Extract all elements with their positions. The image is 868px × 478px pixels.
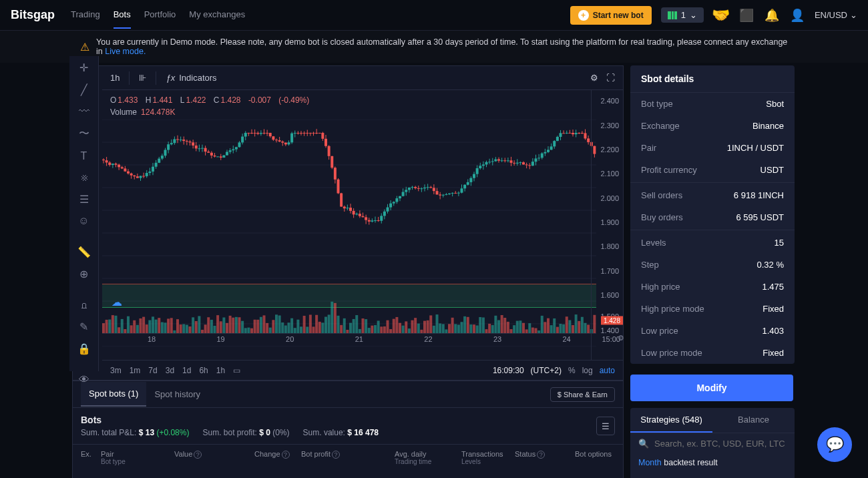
svg-rect-376 <box>241 321 244 333</box>
fullscreen-icon[interactable]: ⛶ <box>606 73 615 83</box>
detail-row: Buy orders6 595 USDT <box>630 206 795 228</box>
start-new-bot-button[interactable]: + Start new bot <box>570 6 652 25</box>
svg-rect-367 <box>214 326 216 333</box>
tab-spot-history[interactable]: Spot history <box>146 383 208 406</box>
svg-rect-240 <box>454 193 457 194</box>
svg-rect-102 <box>241 137 244 143</box>
percent-toggle[interactable]: % <box>568 366 576 375</box>
svg-rect-218 <box>420 188 423 189</box>
magnet-icon[interactable]: ⩍ <box>75 299 93 311</box>
tf-7d[interactable]: 7d <box>148 366 157 375</box>
tf-1m[interactable]: 1m <box>130 366 141 375</box>
svg-rect-475 <box>547 318 550 333</box>
svg-rect-426 <box>395 317 398 333</box>
tf-1d[interactable]: 1d <box>182 366 191 375</box>
svg-rect-236 <box>448 194 451 194</box>
svg-rect-170 <box>346 208 349 208</box>
live-mode-link[interactable]: Live mode. <box>105 47 146 56</box>
svg-rect-378 <box>247 328 250 333</box>
lock-icon[interactable]: 🔒 <box>75 342 93 355</box>
bell-icon[interactable]: 🔔 <box>764 7 780 23</box>
price-tag: 1.428 <box>601 316 623 325</box>
svg-rect-393 <box>294 328 296 333</box>
language-selector[interactable]: EN/USD ⌄ <box>815 10 857 20</box>
svg-rect-397 <box>306 326 308 333</box>
svg-rect-418 <box>371 326 373 333</box>
svg-rect-401 <box>318 322 321 333</box>
chat-bubble[interactable]: 💬 <box>817 427 852 462</box>
tf-3m[interactable]: 3m <box>110 366 122 375</box>
gear-icon[interactable]: ⚙ <box>590 73 598 83</box>
svg-rect-122 <box>272 136 274 140</box>
month-link[interactable]: Month <box>638 458 662 467</box>
tab-balance[interactable]: Balance <box>712 408 795 433</box>
svg-rect-380 <box>254 320 256 333</box>
svg-rect-316 <box>572 133 574 134</box>
tab-strategies[interactable]: Strategies (548) <box>630 408 712 433</box>
ruler-icon[interactable]: 📏 <box>75 246 93 258</box>
svg-rect-347 <box>152 316 154 333</box>
nav-bots[interactable]: Bots <box>114 1 131 29</box>
clock: 16:09:30 <box>493 366 524 375</box>
tf-3d[interactable]: 3d <box>166 366 174 375</box>
svg-rect-470 <box>531 328 534 333</box>
svg-rect-335 <box>115 316 118 333</box>
svg-rect-407 <box>337 316 340 333</box>
svg-rect-272 <box>503 160 506 161</box>
svg-rect-469 <box>528 323 531 333</box>
zoom-icon[interactable]: ⊕ <box>75 268 93 280</box>
nav-portfolio[interactable]: Portfolio <box>144 1 176 29</box>
candles-icon[interactable]: ⊪ <box>139 73 146 83</box>
nav-exchanges[interactable]: My exchanges <box>189 1 245 29</box>
svg-rect-383 <box>263 315 266 333</box>
svg-rect-298 <box>544 152 546 154</box>
emoji-icon[interactable]: ☺ <box>75 215 93 227</box>
filter-button[interactable]: ☰ <box>596 417 615 435</box>
svg-rect-310 <box>562 133 565 134</box>
pattern-icon[interactable]: ⨳ <box>75 172 93 184</box>
tf-6h[interactable]: 6h <box>199 366 208 375</box>
svg-rect-248 <box>467 182 469 185</box>
fib-icon[interactable]: 〰 <box>75 105 93 117</box>
pencil-icon[interactable]: ✎ <box>75 320 93 333</box>
svg-rect-76 <box>201 148 204 149</box>
account-dropdown[interactable]: 1 ⌄ <box>661 7 704 23</box>
settings-icon[interactable]: ☰ <box>75 193 93 206</box>
eye-icon[interactable]: 👁 <box>75 374 93 386</box>
svg-rect-36 <box>140 176 142 178</box>
chart-tools: ✛ ╱ 〰 〜 T ⨳ ☰ ☺ 📏 ⊕ ⩍ ✎ 🔒 👁 <box>69 56 99 371</box>
text-icon[interactable]: T <box>75 150 93 162</box>
svg-rect-266 <box>494 160 497 162</box>
interval-selector[interactable]: 1h <box>110 73 120 83</box>
axis-gear-icon[interactable]: ⚙ <box>618 334 624 342</box>
svg-rect-120 <box>269 133 272 136</box>
wallet-icon[interactable]: ⬛ <box>738 7 754 23</box>
svg-rect-425 <box>393 319 395 333</box>
svg-rect-474 <box>544 322 546 333</box>
nav-trading[interactable]: Trading <box>71 1 100 29</box>
share-earn-button[interactable]: $ Share & Earn <box>550 387 615 402</box>
log-toggle[interactable]: log <box>582 366 593 375</box>
svg-rect-226 <box>433 188 435 191</box>
strategy-search-input[interactable] <box>654 439 787 449</box>
handshake-icon[interactable]: 🤝 <box>713 7 729 23</box>
svg-rect-274 <box>507 160 509 161</box>
svg-rect-68 <box>189 142 192 142</box>
tf-1h[interactable]: 1h <box>216 366 225 375</box>
detail-row: Profit currencyUSDT <box>630 159 795 181</box>
svg-rect-60 <box>176 139 179 140</box>
crosshair-icon[interactable]: ✛ <box>75 61 93 74</box>
y-axis: 2.400 2.300 2.200 2.100 2.000 1.900 1.80… <box>591 90 623 360</box>
volume-bars <box>102 300 596 333</box>
calendar-icon[interactable]: ▭ <box>233 366 240 375</box>
svg-rect-485 <box>578 321 580 333</box>
svg-rect-286 <box>525 164 528 165</box>
svg-rect-398 <box>309 314 312 333</box>
chart-body[interactable]: O1.433 H1.441 L1.422 C1.428 -0.007 (-0.4… <box>102 90 623 360</box>
user-icon[interactable]: 👤 <box>789 7 805 23</box>
auto-toggle[interactable]: auto <box>600 366 615 375</box>
modify-button[interactable]: Modify <box>630 375 793 401</box>
trend-line-icon[interactable]: ╱ <box>75 83 93 96</box>
indicators-button[interactable]: ƒx Indicators <box>166 73 216 83</box>
brush-icon[interactable]: 〜 <box>75 127 93 141</box>
